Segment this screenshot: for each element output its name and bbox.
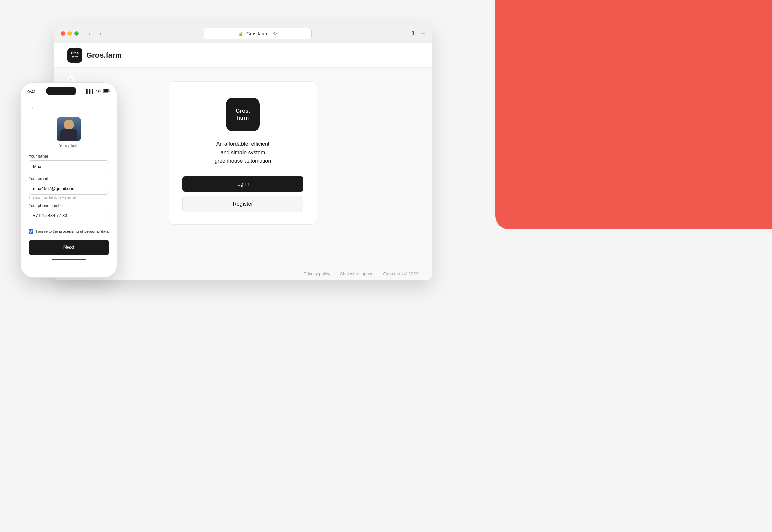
red-accent-background [495, 0, 772, 229]
register-button[interactable]: Register [182, 196, 303, 212]
login-button[interactable]: log in [182, 176, 303, 192]
consent-label: I agree to the processing of personal da… [36, 229, 109, 233]
browser-forward-button[interactable]: › [96, 30, 104, 38]
url-text: Gros.farm [246, 31, 267, 36]
status-icons: ▌▌▌ [86, 89, 110, 94]
site-logo: Gros. farm Gros.farm [67, 48, 122, 63]
wifi-icon [96, 89, 101, 94]
email-label: Your email [29, 176, 109, 181]
lock-icon: 🔒 [238, 31, 244, 36]
login-tagline: An affordable, efficient and simple syst… [215, 140, 271, 166]
consent-checkbox[interactable] [29, 229, 33, 234]
consent-link[interactable]: processing of personal data [59, 229, 109, 233]
user-photo-head [64, 120, 74, 130]
battery-icon [103, 89, 110, 94]
site-brand-name: Gros.farm [86, 51, 122, 60]
address-bar-container: 🔒 Gros.farm ↻ [128, 28, 387, 39]
share-icon[interactable]: ⬆ [411, 30, 416, 37]
user-photo[interactable] [57, 117, 81, 141]
browser-traffic-lights [61, 31, 79, 36]
privacy-policy-link[interactable]: Privacy policy [304, 271, 330, 276]
browser-back-button[interactable]: ‹ [85, 30, 93, 38]
browser-action-buttons: ⬆ + [411, 30, 425, 37]
login-logo-text: Gros. farm [236, 108, 250, 122]
status-bar: 9:41 ▌▌▌ [21, 83, 117, 99]
reload-button[interactable]: ↻ [273, 30, 277, 37]
email-field-group: Your email The login will be done via em… [29, 176, 109, 199]
svg-rect-1 [103, 90, 108, 93]
photo-label: Your photo [59, 143, 79, 148]
address-bar[interactable]: 🔒 Gros.farm ↻ [204, 28, 312, 39]
close-button-dot[interactable] [61, 31, 65, 36]
signal-icon: ▌▌▌ [86, 89, 95, 94]
name-input[interactable] [29, 160, 109, 172]
new-tab-icon[interactable]: + [421, 30, 425, 37]
home-indicator [52, 259, 86, 260]
login-action-buttons: log in Register [182, 176, 303, 212]
phone-field-group: Your phone number [29, 203, 109, 221]
browser-nav-buttons: ‹ › [85, 30, 104, 38]
mobile-phone: 9:41 ▌▌▌ ← [20, 82, 117, 278]
browser-chrome: ‹ › 🔒 Gros.farm ↻ ⬆ + [54, 24, 432, 43]
logo-icon-text: Gros. farm [71, 51, 79, 59]
user-photo-body [60, 129, 77, 141]
logo-icon-box: Gros. farm [67, 48, 82, 63]
email-input[interactable] [29, 183, 109, 195]
photo-section: Your photo [29, 117, 109, 148]
login-card: Gros. farm An affordable, efficient and … [169, 81, 317, 225]
phone-back-button[interactable]: ← [29, 103, 38, 112]
site-header: Gros. farm Gros.farm [54, 43, 432, 68]
consent-row: I agree to the processing of personal da… [29, 229, 109, 234]
chat-support-link[interactable]: Chat with support [340, 271, 374, 276]
user-photo-figure [57, 117, 81, 141]
minimize-button-dot[interactable] [67, 31, 72, 36]
phone-label: Your phone number [29, 203, 109, 208]
status-time: 9:41 [27, 89, 36, 94]
name-label: Your name [29, 154, 109, 159]
copyright-text: Gros.farm © 2023 [383, 271, 418, 276]
phone-content: ← Your photo Your name Your email The lo… [21, 99, 117, 267]
next-button[interactable]: Next [29, 240, 109, 255]
phone-input[interactable] [29, 210, 109, 221]
dynamic-island [46, 87, 76, 95]
login-logo: Gros. farm [226, 98, 260, 131]
maximize-button-dot[interactable] [74, 31, 79, 36]
name-field-group: Your name [29, 154, 109, 172]
email-hint: The login will be done via email [29, 196, 109, 199]
